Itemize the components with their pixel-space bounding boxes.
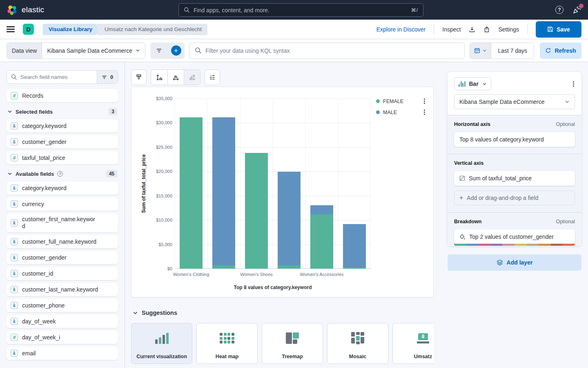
date-picker-button[interactable] bbox=[470, 43, 491, 58]
field-item[interactable]: kcustomer_id bbox=[7, 267, 118, 280]
global-search-input[interactable] bbox=[194, 7, 408, 13]
menu-icon[interactable] bbox=[7, 26, 15, 32]
keyword-field-icon: k bbox=[11, 302, 18, 309]
suggestion-treemap[interactable]: Treemap bbox=[262, 323, 323, 364]
time-range-value[interactable]: Last 7 days bbox=[491, 43, 534, 58]
layer-data-view-select[interactable]: Kibana Sample Data eCommerce bbox=[454, 94, 575, 109]
bar-segment[interactable] bbox=[245, 153, 268, 269]
legend-item-actions[interactable] bbox=[423, 109, 426, 116]
field-item[interactable]: #Records bbox=[7, 89, 118, 102]
inspect-link[interactable]: Inspect bbox=[442, 26, 461, 33]
filter-icon[interactable] bbox=[150, 43, 167, 59]
chart-type-select[interactable]: Bar bbox=[454, 77, 491, 90]
legend-item[interactable]: MALE bbox=[376, 109, 426, 116]
add-filter-icon[interactable]: + bbox=[167, 43, 185, 59]
field-item[interactable]: kday_of_week bbox=[7, 315, 118, 328]
download-icon[interactable] bbox=[469, 26, 475, 33]
brand-name: elastic bbox=[22, 5, 44, 14]
refresh-button[interactable]: Refresh bbox=[540, 43, 581, 59]
suggestion-mosaic[interactable]: Mosaic bbox=[327, 323, 388, 364]
bar-men-s-shoes[interactable] bbox=[278, 172, 301, 269]
suggestion-current-visualization[interactable]: Current visualization bbox=[131, 323, 192, 364]
elastic-brand[interactable]: elastic bbox=[7, 4, 44, 16]
suggestion-heat-map[interactable]: Heat map bbox=[196, 323, 258, 364]
vertical-axis-dimension[interactable]: Sum of taxful_total_price bbox=[454, 171, 575, 186]
chevron-down-icon bbox=[482, 82, 487, 86]
bar-segment[interactable] bbox=[310, 205, 333, 215]
bar-men-s-accessories[interactable] bbox=[343, 224, 366, 269]
legend-item-actions[interactable] bbox=[423, 98, 426, 105]
bar-segment[interactable] bbox=[278, 265, 301, 269]
y-tick-label: $30,000 bbox=[156, 120, 172, 125]
palette-strip bbox=[454, 244, 575, 246]
help-icon[interactable]: ? bbox=[555, 6, 564, 14]
field-item[interactable]: #day_of_week_i bbox=[7, 331, 118, 344]
legend-settings-button[interactable] bbox=[205, 70, 220, 85]
available-fields-header[interactable]: Available fields ? 45 bbox=[7, 170, 117, 177]
field-item[interactable]: kcustomer_phone bbox=[7, 299, 118, 312]
breadcrumb-visualize-library[interactable]: Visualize Library bbox=[43, 24, 100, 35]
space-badge[interactable]: D bbox=[23, 24, 34, 35]
kql-filter-input[interactable] bbox=[205, 47, 459, 54]
help-icon[interactable]: ? bbox=[57, 171, 63, 177]
breakdown-dimension[interactable]: Top 2 values of customer_gender bbox=[454, 229, 575, 244]
kql-filter-input-wrap[interactable] bbox=[189, 43, 465, 59]
add-field-dropzone[interactable]: + Add or drag-and-drop a field bbox=[454, 191, 575, 205]
bar-segment[interactable] bbox=[310, 214, 333, 269]
bar-segment[interactable] bbox=[180, 117, 203, 269]
vertical-axis-settings-button[interactable] bbox=[151, 70, 167, 85]
field-filter-button[interactable]: 0 bbox=[97, 71, 118, 83]
number-field-icon: # bbox=[11, 334, 18, 341]
field-item[interactable]: kcategory.keyword bbox=[7, 182, 118, 195]
selected-fields-header[interactable]: Selected fields 3 bbox=[7, 108, 117, 115]
breakdown-section: Breakdown Optional Top 2 values of custo… bbox=[448, 212, 581, 246]
settings-link[interactable]: Settings bbox=[498, 26, 519, 33]
suggestion-umsatz[interactable]: 8Umsatz bbox=[392, 323, 434, 364]
bar-women-s-accessories[interactable] bbox=[310, 205, 333, 269]
bar-women-s-clothing[interactable] bbox=[180, 117, 203, 269]
bar-segment[interactable] bbox=[212, 265, 235, 269]
share-icon[interactable] bbox=[483, 26, 490, 33]
chevron-down-icon bbox=[565, 99, 570, 104]
field-item[interactable]: kcategory.keyword bbox=[7, 119, 118, 132]
bar-segment[interactable] bbox=[278, 172, 301, 265]
chevron-down-icon bbox=[7, 171, 12, 176]
add-layer-button[interactable]: Add layer bbox=[448, 254, 581, 271]
layer-actions-menu[interactable] bbox=[572, 81, 575, 88]
y-tick-label: $15,000 bbox=[156, 193, 172, 198]
horizontal-axis-dimension[interactable]: Top 8 values of category.keyword bbox=[454, 132, 575, 147]
field-item[interactable]: kcustomer_full_name.keyword bbox=[7, 235, 118, 248]
newsfeed-icon[interactable] bbox=[572, 5, 581, 14]
field-search-input[interactable] bbox=[20, 74, 93, 80]
suggestions-header[interactable]: Suggestions bbox=[133, 310, 177, 316]
field-item[interactable]: kcustomer_gender bbox=[7, 251, 118, 264]
explore-in-discover-link[interactable]: Explore in Discover bbox=[376, 26, 426, 33]
horizontal-axis-section: Horizontal axis Optional Top 8 values of… bbox=[448, 115, 581, 154]
keyword-field-icon: k bbox=[11, 122, 18, 130]
horizontal-axis-settings-button[interactable] bbox=[167, 70, 184, 85]
field-item[interactable]: kcustomer_gender bbox=[7, 135, 118, 148]
bar-chart-icon bbox=[459, 81, 466, 87]
bar-segment[interactable] bbox=[343, 224, 366, 267]
field-item[interactable]: kemail bbox=[7, 347, 118, 360]
field-item[interactable]: kcurrency bbox=[7, 197, 118, 211]
main-area: 0 #Records Selected fields 3 kcategory.k… bbox=[0, 62, 588, 368]
bar-men-s-clothing[interactable] bbox=[212, 117, 235, 269]
field-item[interactable]: kcustomer_last_name.keyword bbox=[7, 283, 118, 296]
y-tick-label: $10,000 bbox=[156, 218, 172, 222]
legend-item[interactable]: FEMALE bbox=[376, 98, 426, 105]
visual-options-button[interactable] bbox=[131, 70, 147, 85]
data-view-picker[interactable]: Kibana Sample Data eCommerce bbox=[42, 43, 145, 58]
sort-icon bbox=[189, 74, 196, 81]
field-item[interactable]: kcustomer_first_name.keyword bbox=[7, 213, 118, 232]
save-button[interactable]: Save bbox=[536, 21, 581, 38]
legend-color-dot bbox=[376, 110, 380, 114]
global-search[interactable]: ⌘/ bbox=[178, 3, 423, 17]
field-item[interactable]: #taxful_total_price bbox=[7, 151, 118, 164]
x-tick-label: Women's Accessories bbox=[300, 272, 343, 277]
bar-segment[interactable] bbox=[343, 267, 366, 269]
keyword-field-icon: k bbox=[11, 270, 18, 277]
y-tick-label: $25,000 bbox=[156, 145, 172, 150]
bar-women-s-shoes[interactable] bbox=[245, 153, 268, 269]
bar-segment[interactable] bbox=[212, 117, 235, 265]
